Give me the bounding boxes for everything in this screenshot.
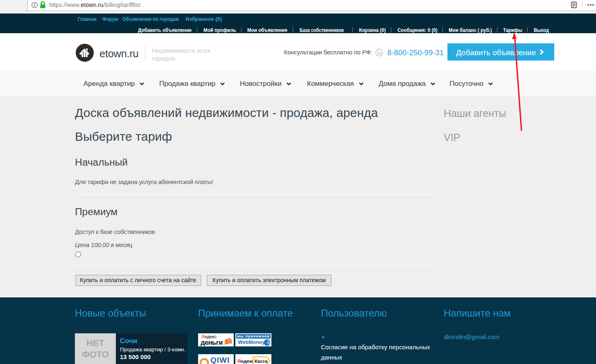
svg-text:Касса: Касса <box>255 359 268 364</box>
